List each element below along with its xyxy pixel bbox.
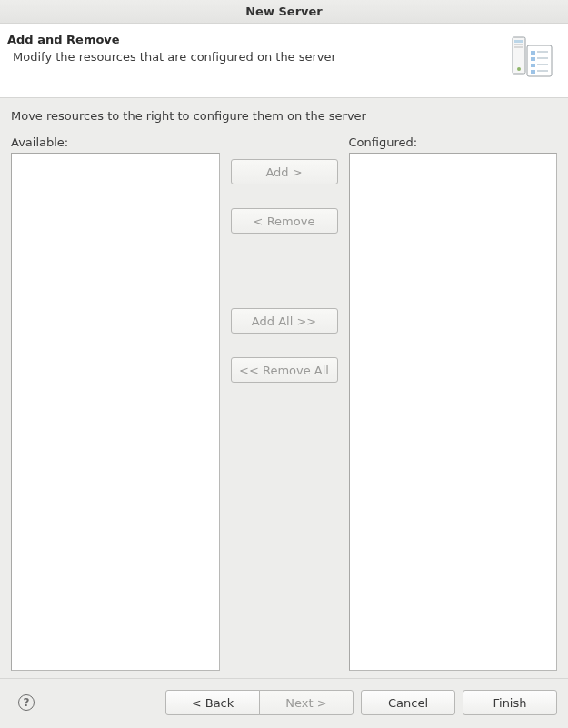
banner-description: Modify the resources that are configured…: [7, 50, 500, 64]
cancel-button[interactable]: Cancel: [361, 690, 455, 715]
configured-listbox[interactable]: [349, 153, 558, 671]
transfer-buttons-column: Add > < Remove Add All >> << Remove All: [231, 135, 338, 671]
svg-rect-2: [514, 44, 523, 45]
wizard-banner: Add and Remove Modify the resources that…: [0, 24, 568, 98]
help-icon[interactable]: ?: [18, 694, 35, 711]
banner-title: Add and Remove: [7, 33, 500, 46]
wizard-content: Move resources to the right to configure…: [0, 98, 568, 678]
available-label: Available:: [11, 135, 220, 149]
svg-rect-6: [531, 51, 535, 55]
svg-rect-3: [514, 46, 523, 48]
server-wizard-icon: [507, 33, 557, 83]
add-button[interactable]: Add >: [231, 159, 338, 184]
available-listbox[interactable]: [11, 153, 220, 671]
wizard-footer: ? < Back Next > Cancel Finish: [0, 678, 568, 728]
window-title: New Server: [245, 5, 323, 18]
finish-button[interactable]: Finish: [463, 690, 557, 715]
window-titlebar: New Server: [0, 0, 568, 24]
next-button[interactable]: Next >: [259, 690, 354, 715]
remove-all-button[interactable]: << Remove All: [231, 357, 338, 383]
svg-point-4: [517, 67, 521, 71]
svg-rect-11: [537, 64, 548, 65]
back-button[interactable]: < Back: [165, 690, 260, 715]
configured-label: Configured:: [349, 135, 558, 149]
svg-rect-13: [537, 70, 548, 72]
svg-rect-10: [531, 64, 535, 67]
svg-rect-12: [531, 70, 535, 74]
svg-rect-1: [514, 40, 523, 43]
add-all-button[interactable]: Add All >>: [231, 308, 338, 334]
svg-rect-8: [531, 57, 535, 61]
instruction-text: Move resources to the right to configure…: [11, 109, 557, 123]
svg-rect-7: [537, 51, 548, 53]
svg-rect-9: [537, 57, 548, 59]
remove-button[interactable]: < Remove: [231, 208, 338, 234]
